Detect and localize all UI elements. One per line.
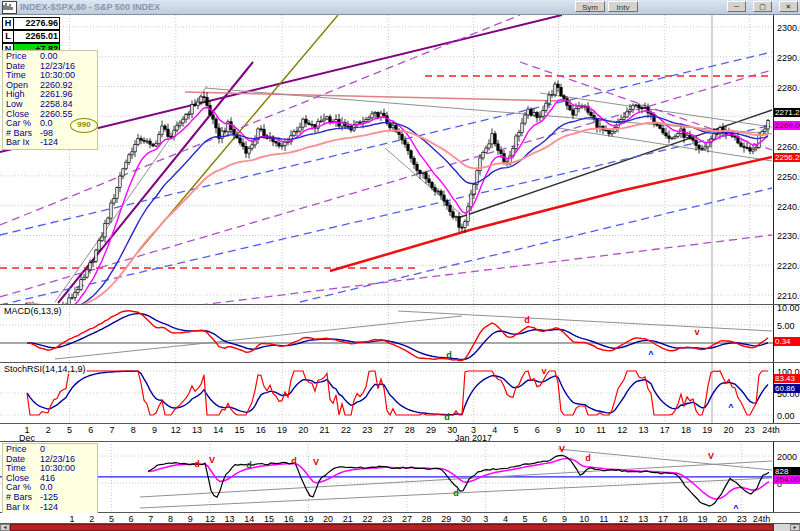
panel-separator [0, 304, 800, 305]
main-data-window: Price0.00Date12/23/16Time10:30:00Open226… [2, 50, 98, 150]
date-label: 27 [383, 425, 393, 435]
date-label: 8 [168, 514, 173, 524]
data-row: Bar Ix-124 [6, 138, 94, 148]
macd-marker: 0.34 [774, 337, 800, 346]
date-label: 7 [110, 425, 115, 435]
date-label: 2 [89, 514, 94, 524]
signal-letter: d [453, 488, 459, 498]
minimize-button[interactable]: ─ [727, 1, 746, 12]
signal-letter: V [209, 455, 215, 465]
date-label: 16 [256, 425, 266, 435]
date-label: 16 [284, 514, 294, 524]
intv-button[interactable]: Intv [608, 1, 638, 12]
date-label: 19 [702, 425, 712, 435]
scrollbar-thumb[interactable] [10, 524, 774, 531]
panel-separator [0, 441, 800, 442]
price-tick: 2290.00 [777, 53, 800, 63]
quote-row: H2276.96 [2, 17, 60, 30]
price-tick: 2220.00 [777, 261, 800, 271]
date-label: 13 [639, 425, 649, 435]
date-label: 12 [619, 514, 629, 524]
price-tick: 2260.00 [777, 142, 800, 152]
date-label: 6 [535, 425, 540, 435]
month-label: Dec [19, 433, 35, 443]
price-tick: 2280.00 [777, 83, 800, 93]
date-label: 19 [303, 514, 313, 524]
signal-letter: V [559, 444, 565, 454]
signal-letter: d [446, 350, 452, 360]
date-label: 23 [737, 514, 747, 524]
signal-letter: d [585, 453, 591, 463]
date-label: 30 [461, 514, 471, 524]
date-label: 23 [382, 514, 392, 524]
date-label: 4 [492, 425, 497, 435]
close-button[interactable]: ✕ [779, 1, 798, 12]
date-label: 13 [225, 514, 235, 524]
date-label: 9 [562, 514, 567, 524]
date-label: 6 [542, 514, 547, 524]
macd-panel-label: MACD(6,13,9) [3, 306, 63, 316]
date-label: 18 [678, 514, 688, 524]
scroll-left-button[interactable]: ◄ [0, 524, 10, 531]
date-label: 20 [323, 514, 333, 524]
signal-letter: ^ [648, 349, 653, 359]
date-label: 5 [513, 425, 518, 435]
date-label: 9 [188, 514, 193, 524]
date-axis-bottom[interactable]: 1256789121314151619202122232728293034569… [0, 513, 800, 523]
chart-canvas[interactable] [0, 0, 800, 531]
date-label: 22 [341, 425, 351, 435]
quote-label: H [3, 18, 14, 29]
date-label: 21 [320, 425, 330, 435]
price-tick: 2300.00 [777, 23, 800, 33]
month-label: Jan 2017 [455, 433, 492, 443]
date-label: 6 [88, 425, 93, 435]
date-label: 4 [503, 514, 508, 524]
price-marker: 2256.25 [774, 153, 800, 162]
stoch-marker: 83.43 [774, 374, 800, 383]
bottom-data-window: Price0Date12/23/16Time10:30:00Close416Ca… [2, 443, 98, 514]
date-label: 20 [298, 425, 308, 435]
date-label: 5 [67, 425, 72, 435]
bottom-tick: 2000 [777, 452, 797, 462]
date-label: 24th [753, 514, 771, 524]
date-label: 9 [152, 425, 157, 435]
date-label: 14 [244, 514, 254, 524]
window-title: INDEX-$SPX,60 - S&P 500 INDEX [20, 2, 160, 12]
signal-letter: v [541, 366, 546, 376]
price-tick: 2240.00 [777, 202, 800, 212]
date-label: 12 [205, 514, 215, 524]
scroll-right-button[interactable]: ► [790, 524, 800, 531]
date-label: 12 [171, 425, 181, 435]
date-label: 29 [441, 514, 451, 524]
title-bar[interactable]: INDEX-$SPX,60 - S&P 500 INDEX Sym Intv ─… [0, 0, 800, 15]
price-tick: 2230.00 [777, 231, 800, 241]
macd-tick: 10.00 [777, 303, 800, 313]
date-label: 3 [483, 514, 488, 524]
date-label: 20 [717, 514, 727, 524]
signal-letter: v [694, 327, 699, 337]
signal-letter: d [246, 460, 252, 470]
date-label: 13 [192, 425, 202, 435]
date-label: 18 [681, 425, 691, 435]
signal-letter: d [291, 456, 297, 466]
date-label: 20 [724, 425, 734, 435]
quote-value: 2265.01 [14, 31, 59, 42]
date-axis-main[interactable]: 1256789121314151619202122232728293034569… [0, 424, 800, 441]
date-label: 10 [579, 514, 589, 524]
chart-window: INDEX-$SPX,60 - S&P 500 INDEX Sym Intv ─… [0, 0, 800, 531]
date-label: 19 [277, 425, 287, 435]
date-label: 19 [697, 514, 707, 524]
date-label: 11 [599, 514, 608, 524]
date-label: 12 [617, 425, 627, 435]
date-label: 9 [556, 425, 561, 435]
horizontal-scrollbar[interactable]: ◄ ► [0, 524, 800, 531]
signal-letter: ^ [733, 503, 738, 513]
date-label: 7 [148, 514, 153, 524]
date-label: 29 [426, 425, 436, 435]
date-label: 11 [596, 425, 605, 435]
date-label: 10 [575, 425, 585, 435]
signal-letter: ^ [728, 402, 733, 412]
sym-button[interactable]: Sym [575, 1, 605, 12]
restore-button[interactable]: ▢ [753, 1, 772, 12]
signal-letter: d [444, 412, 450, 422]
